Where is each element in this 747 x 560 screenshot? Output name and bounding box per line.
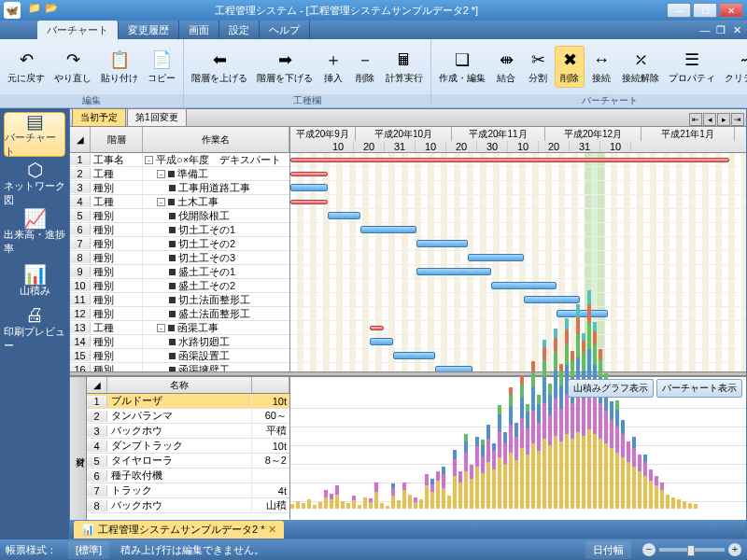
level-down-button[interactable]: ➡階層を下げる — [253, 46, 317, 88]
stack-bar[interactable] — [369, 498, 373, 509]
resource-row[interactable]: 3バックホウ平積 — [87, 424, 289, 439]
gantt-bar[interactable] — [328, 212, 360, 219]
gantt-bar[interactable] — [435, 366, 472, 371]
stack-bar[interactable] — [531, 361, 535, 509]
stack-bar[interactable] — [330, 494, 333, 509]
res-row-number[interactable]: 4 — [87, 441, 107, 452]
stack-bar[interactable] — [688, 503, 692, 509]
row-number[interactable]: 12 — [70, 308, 91, 319]
status-date-width[interactable]: 日付幅 — [585, 541, 631, 559]
stack-bar[interactable] — [363, 497, 367, 509]
plan-tab-initial[interactable]: 当初予定 — [72, 108, 126, 126]
stack-bar[interactable] — [346, 503, 350, 509]
stack-bar[interactable] — [352, 496, 356, 509]
stack-bar[interactable] — [318, 502, 322, 509]
stack-bar[interactable] — [593, 322, 597, 509]
res-row-number[interactable]: 5 — [87, 455, 107, 467]
document-tab[interactable]: 📊 工程管理システムサンプルデータ2 * ✕ — [74, 521, 284, 539]
tab-nav-next[interactable]: ▸ — [717, 113, 730, 126]
row-number[interactable]: 6 — [70, 224, 91, 235]
row-number[interactable]: 7 — [70, 238, 91, 249]
merge-button[interactable]: ⇼結合 — [491, 46, 521, 88]
qat-open-icon[interactable]: 📁 — [28, 2, 43, 15]
gantt-bar[interactable] — [468, 254, 524, 261]
sidebar-yamazumi[interactable]: 📊山積み — [4, 258, 65, 302]
row-number[interactable]: 16 — [70, 364, 91, 371]
stack-bar[interactable] — [302, 503, 305, 509]
ribbon-tab-history[interactable]: 変更履歴 — [119, 21, 179, 39]
task-row[interactable]: 7種別切土工その2 — [70, 237, 289, 251]
row-number[interactable]: 1 — [70, 154, 91, 165]
expand-icon[interactable]: - — [145, 156, 153, 164]
task-row[interactable]: 3種別工事用道路工事 — [70, 181, 289, 195]
stack-bar[interactable] — [660, 483, 664, 509]
stack-bar[interactable] — [425, 474, 429, 509]
stack-bar[interactable] — [503, 432, 507, 509]
gantt-bar[interactable] — [557, 310, 608, 317]
stack-bar[interactable] — [313, 505, 317, 509]
stack-bar[interactable] — [414, 497, 417, 509]
stack-bar[interactable] — [436, 471, 440, 509]
stack-bar[interactable] — [520, 375, 524, 509]
stack-bar[interactable] — [627, 441, 630, 509]
tab-nav-first[interactable]: ⇤ — [689, 113, 702, 126]
stack-bar[interactable] — [380, 503, 384, 509]
task-row[interactable]: 1工事名-平成○×年度 デキスパート — [70, 153, 289, 167]
stack-bar[interactable] — [565, 318, 569, 509]
sidebar-barchart[interactable]: ▤バーチャート — [4, 112, 65, 157]
stack-bar[interactable] — [649, 469, 653, 509]
expand-icon[interactable]: - — [157, 170, 165, 178]
row-number[interactable]: 11 — [70, 294, 91, 305]
stack-bar[interactable] — [632, 437, 636, 509]
resource-row[interactable]: 8バックホウ山積 — [87, 498, 289, 513]
show-yamazumi-button[interactable]: 山積みグラフ表示 — [568, 379, 654, 398]
res-row-number[interactable]: 1 — [87, 396, 107, 407]
tab-nav-prev[interactable]: ◂ — [703, 113, 716, 126]
resource-row[interactable]: 4ダンプトラック10t — [87, 439, 289, 454]
stack-bar[interactable] — [671, 497, 675, 509]
level-up-button[interactable]: ⬅階層を上げる — [188, 46, 251, 88]
res-row-number[interactable]: 3 — [87, 426, 107, 437]
gantt-bar[interactable] — [290, 200, 328, 204]
stack-bar[interactable] — [486, 425, 490, 509]
stack-bar[interactable] — [621, 420, 625, 509]
stack-bar[interactable] — [402, 483, 406, 509]
redo-button[interactable]: ↷やり直し — [50, 46, 95, 88]
row-number[interactable]: 14 — [70, 336, 91, 347]
minimize-button[interactable]: — — [667, 3, 691, 18]
disconnect-button[interactable]: ⤫接続解除 — [618, 46, 663, 88]
stack-bar[interactable] — [324, 490, 328, 509]
sidebar-progress[interactable]: 📈出来高・進捗率 — [4, 209, 65, 254]
stack-bar[interactable] — [442, 467, 445, 509]
row-number[interactable]: 4 — [70, 196, 91, 207]
row-number[interactable]: 8 — [70, 252, 91, 263]
sidebar-print[interactable]: 🖨印刷プレビュー — [4, 306, 65, 351]
status-form-value[interactable]: [標準] — [68, 541, 109, 559]
stack-bar[interactable] — [694, 504, 698, 509]
gantt-bar[interactable] — [491, 282, 557, 289]
stack-bar[interactable] — [464, 434, 468, 509]
stack-bar[interactable] — [677, 499, 681, 509]
mdi-minimize[interactable]: — — [698, 24, 712, 35]
task-row[interactable]: 14種別水路切廻工 — [70, 335, 289, 349]
stack-bar[interactable] — [492, 443, 496, 509]
stack-bar[interactable] — [638, 455, 641, 509]
stack-bar[interactable] — [430, 479, 434, 509]
resource-tab[interactable]: 資材 — [70, 377, 87, 520]
gantt-bar[interactable] — [416, 268, 491, 275]
task-row[interactable]: 13工種-函渠工事 — [70, 321, 289, 335]
stack-bar[interactable] — [481, 440, 485, 509]
stack-bar[interactable] — [587, 290, 591, 509]
tree-col-name[interactable]: 作業名 — [143, 127, 289, 152]
gantt-bar[interactable] — [524, 296, 580, 303]
stack-bar[interactable] — [643, 455, 647, 509]
stack-bar[interactable] — [599, 349, 602, 509]
task-row[interactable]: 8種別切土工その3 — [70, 251, 289, 265]
undo-button[interactable]: ↶元に戻す — [4, 46, 49, 88]
critical-button[interactable]: ⟿クリティカル — [721, 46, 747, 88]
stack-bar[interactable] — [498, 405, 501, 509]
expand-icon[interactable]: - — [157, 324, 165, 332]
stack-bar[interactable] — [509, 387, 513, 509]
ribbon-tab-barchart[interactable]: バーチャート — [37, 21, 119, 39]
task-row[interactable]: 9種別盛土工その1 — [70, 265, 289, 279]
